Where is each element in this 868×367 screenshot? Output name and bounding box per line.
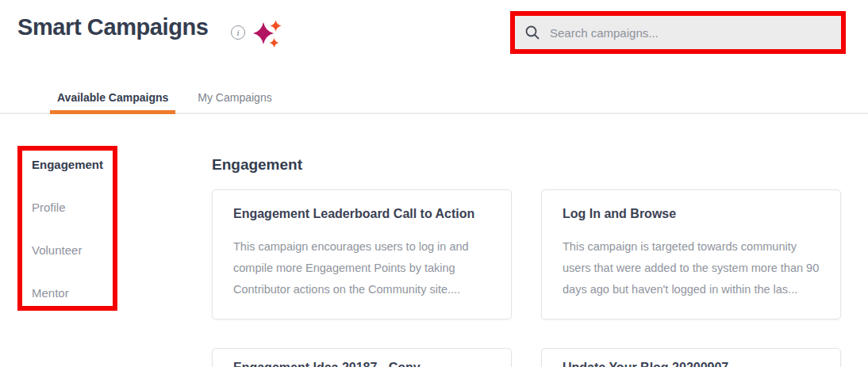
- campaign-card-log-in-and-browse[interactable]: Log In and Browse This campaign is targe…: [541, 189, 841, 319]
- campaign-card-title: Engagement Leaderboard Call to Action: [233, 206, 490, 222]
- tab-available-campaigns[interactable]: Available Campaigns: [50, 82, 175, 113]
- page-title: Smart Campaigns: [17, 14, 209, 40]
- category-mentor[interactable]: Mentor: [32, 287, 113, 299]
- tab-bar: Available Campaigns My Campaigns: [0, 82, 868, 114]
- annotation-box-search: [510, 11, 846, 54]
- category-engagement[interactable]: Engagement: [32, 159, 113, 170]
- section-heading: Engagement: [212, 156, 302, 174]
- campaign-card-description: This campaign is targeted towards commun…: [563, 236, 820, 300]
- search-icon: [525, 25, 540, 40]
- category-profile[interactable]: Profile: [32, 201, 113, 213]
- search-box[interactable]: [515, 16, 841, 49]
- campaign-card-title: Update Your Blog 20200907: [563, 360, 820, 367]
- search-input[interactable]: [548, 25, 841, 40]
- smart-campaigns-page: Smart Campaigns i Available Campaigns My…: [0, 0, 868, 367]
- campaign-card-partial-1[interactable]: Engagement Idea 20187 - Copy: [212, 348, 512, 367]
- campaign-card-title: Log In and Browse: [563, 206, 820, 222]
- ai-sparkles-icon: [252, 20, 282, 48]
- campaign-card-description: This campaign encourages users to log in…: [233, 236, 490, 300]
- campaign-grid: Engagement Leaderboard Call to Action Th…: [212, 189, 843, 367]
- campaign-card-title: Engagement Idea 20187 - Copy: [233, 360, 490, 367]
- campaign-card-partial-2[interactable]: Update Your Blog 20200907: [541, 348, 841, 367]
- campaign-card-engagement-leaderboard[interactable]: Engagement Leaderboard Call to Action Th…: [212, 189, 512, 319]
- info-icon[interactable]: i: [231, 25, 245, 40]
- tab-my-campaigns[interactable]: My Campaigns: [190, 82, 278, 113]
- category-volunteer[interactable]: Volunteer: [32, 244, 113, 256]
- annotation-box-categories: Engagement Profile Volunteer Mentor: [17, 146, 117, 311]
